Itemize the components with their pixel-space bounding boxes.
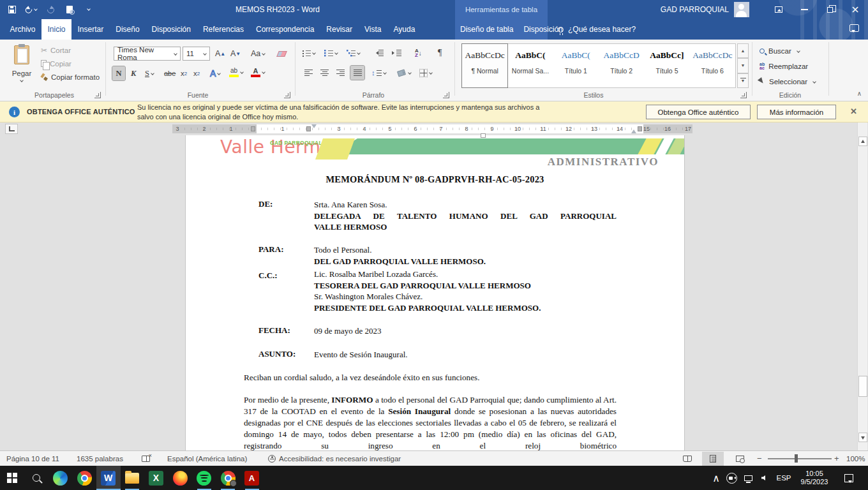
tab-ayuda[interactable]: Ayuda [387,19,421,40]
ruler-band[interactable]: 321134567891011121314151617 [172,124,692,133]
clipboard-dialog-launcher-icon[interactable] [94,92,101,98]
zoom-in-icon[interactable]: + [834,451,839,466]
decrease-indent-button[interactable] [373,46,385,60]
cut-button[interactable]: ✂Cortar [41,43,100,57]
save-icon[interactable] [6,3,18,16]
justify-button[interactable] [350,66,364,80]
customize-quick-access-icon[interactable] [83,3,94,16]
document-area[interactable]: Valle Hermoso GAD PARROQUIAL ADMINISTRAT… [0,135,868,450]
styles-dialog-launcher-icon[interactable] [740,92,747,98]
right-indent-marker[interactable] [631,127,636,133]
tab-referencias[interactable]: Referencias [197,19,250,40]
scrollbar-thumb[interactable] [858,376,867,397]
volume-icon[interactable] [757,466,774,490]
minimize-icon[interactable] [791,0,817,19]
superscript-button[interactable]: x2 [191,66,202,80]
borders-button[interactable] [418,66,433,80]
show-paragraph-marks-button[interactable]: ¶ [437,46,443,60]
copy-button[interactable]: Copiar [41,57,100,70]
dismiss-warning-icon[interactable]: ✕ [850,107,857,116]
tab-insertar[interactable]: Insertar [71,19,110,40]
align-left-button[interactable] [303,66,314,80]
tab-inicio[interactable]: Inicio [41,19,71,40]
style-titulo-1[interactable]: AaBbC(Título 1 [553,44,599,87]
tab-diseno[interactable]: Diseño [110,19,146,40]
language-indicator[interactable]: Español (América latina) [167,451,247,466]
increase-indent-button[interactable] [391,46,403,60]
table-column-marker-icon[interactable] [306,126,311,131]
replace-button[interactable]: abacReemplazar [760,60,808,73]
taskbar-acrobat-icon[interactable]: A [240,466,264,490]
tab-vista[interactable]: Vista [359,19,387,40]
taskbar-word-icon[interactable]: W [96,466,121,490]
strikethrough-button[interactable]: abe [162,66,177,80]
restore-icon[interactable] [817,0,842,19]
user-avatar[interactable] [734,2,749,17]
bullets-button[interactable] [301,46,317,60]
taskbar-excel-icon[interactable]: X [144,466,168,490]
align-right-button[interactable] [335,66,346,80]
ribbon-display-options-icon[interactable] [766,0,791,19]
paste-button[interactable]: Pegar [5,43,38,96]
style-normal-sa-[interactable]: AaBbC(Normal Sa... [507,44,553,87]
first-line-indent-marker[interactable] [311,124,317,131]
more-info-button[interactable]: Más información [757,105,836,119]
paragraph-dialog-launcher-icon[interactable] [443,92,449,98]
print-layout-button[interactable] [702,452,724,466]
zoom-slider-track[interactable] [768,458,832,459]
document-page[interactable]: Valle Hermoso GAD PARROQUIAL ADMINISTRAT… [186,135,684,450]
taskbar-search-icon[interactable] [24,466,49,490]
numbering-button[interactable] [323,46,339,60]
signed-in-user[interactable]: GAD PARROQUIAL [661,5,729,14]
word-count[interactable]: 1635 palabras [77,451,123,466]
select-button[interactable]: Seleccionar [760,75,816,88]
font-size-select[interactable]: 11 [183,47,210,61]
taskbar-edge-icon[interactable] [49,466,73,490]
table-column-marker-icon[interactable] [251,126,255,131]
tell-me-box[interactable]: ¿Qué desea hacer? [558,19,636,40]
keyboard-language[interactable]: ESP [774,466,793,490]
zoom-out-icon[interactable]: − [757,451,762,466]
font-family-select[interactable]: Times New Roma [114,47,181,61]
italic-button[interactable]: K [129,66,138,80]
taskbar-chrome-icon[interactable] [72,466,96,490]
shading-button[interactable] [396,66,412,80]
table-column-marker-icon[interactable] [638,126,642,131]
font-color-button[interactable]: A [249,65,267,79]
accessibility-status[interactable]: Accesibilidad: es necesario investigar [268,451,401,466]
get-genuine-office-button[interactable]: Obtenga Office auténtico [646,105,751,119]
shrink-font-button[interactable]: A▼ [228,47,243,61]
style-titulo-5[interactable]: AaBbCc]Título 5 [644,44,689,87]
print-preview-icon[interactable] [64,3,75,16]
styles-scroll-down-icon[interactable]: ▼ [737,58,749,73]
taskbar-chrome-profile-icon[interactable] [216,466,240,490]
tab-selector[interactable] [5,124,18,134]
style--normal[interactable]: AaBbCcDc¶ Normal [462,44,507,87]
page-indicator[interactable]: Página 10 de 11 [6,451,59,466]
font-dialog-launcher-icon[interactable] [284,92,290,98]
vertical-scrollbar[interactable] [857,122,867,450]
style-titulo-2[interactable]: AaBbCcDTítulo 2 [599,44,644,87]
format-painter-button[interactable]: Copiar formato [41,70,100,84]
styles-gallery-more-icon[interactable]: ▼ [737,73,749,88]
sort-button[interactable]: AZ↓ [414,46,423,60]
close-icon[interactable]: × [842,0,868,19]
underline-button[interactable]: S [143,66,156,80]
text-effects-button[interactable]: A [208,66,222,80]
line-spacing-button[interactable]: ↕ [370,66,387,80]
change-case-button[interactable]: Aa [249,47,267,61]
styles-scroll-up-icon[interactable]: ▲ [737,43,749,58]
bold-button[interactable]: N [112,66,125,80]
align-center-button[interactable] [319,66,330,80]
tab-disposicion[interactable]: Disposición [146,19,197,40]
comments-icon[interactable] [849,24,859,32]
subscript-button[interactable]: x2 [179,66,189,80]
tab-correspondencia[interactable]: Correspondencia [250,19,320,40]
clear-formatting-button[interactable] [276,47,288,61]
taskbar-firefox-icon[interactable] [168,466,192,490]
web-layout-button[interactable] [729,452,751,466]
context-tab-diseno-de-tabla[interactable]: Diseño de tabla [455,19,518,40]
taskbar-explorer-icon[interactable] [120,466,144,490]
indent-drag-box[interactable] [481,133,486,138]
tab-archivo[interactable]: Archivo [4,19,41,40]
